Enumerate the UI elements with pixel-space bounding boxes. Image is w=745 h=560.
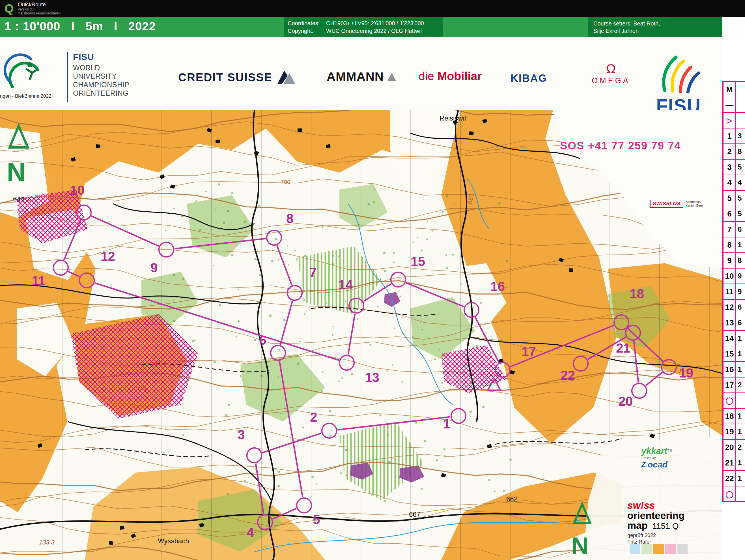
vegetation-dot xyxy=(442,382,444,384)
omega-symbol-icon: Ω xyxy=(590,62,632,75)
vegetation-dot xyxy=(393,252,395,253)
building xyxy=(441,473,446,477)
control-number: 19 xyxy=(679,366,693,380)
omega-logo: Ω OMEGA xyxy=(590,62,632,85)
place-label: Reisiswil xyxy=(440,114,466,122)
control-descr-number: 5 xyxy=(723,191,736,206)
vegetation-dot xyxy=(353,326,355,328)
swisslos-logo: SWISSLOS Sportfonds Kanton Bern xyxy=(650,200,703,208)
control-descr-code: 1 xyxy=(736,409,745,424)
map-header-band: 1 : 10'000 I 5m I 2022 Coordinates: CH19… xyxy=(0,17,722,37)
course-setters-line2: Silje Ekroll Jahren xyxy=(593,27,717,34)
control-number: 5 xyxy=(313,512,320,527)
vegetation-dot xyxy=(227,493,229,495)
vegetation-dot xyxy=(494,490,495,492)
vegetation-dot xyxy=(482,406,485,408)
vegetation-dot xyxy=(499,443,500,444)
credit-suisse-mark-icon xyxy=(277,70,297,84)
vegetation-dot xyxy=(183,278,184,280)
elevation-label: 662 xyxy=(506,495,518,503)
vegetation-dot xyxy=(183,340,185,342)
vegetation-dot xyxy=(391,364,393,365)
vegetation-dot xyxy=(296,258,298,260)
vegetation-dot xyxy=(424,440,426,442)
vegetation-dot xyxy=(446,195,448,197)
vegetation-dot xyxy=(333,326,334,328)
control-number: 15 xyxy=(411,254,425,269)
control-circle xyxy=(322,423,336,438)
control-circle xyxy=(451,409,466,423)
control-descr-code: 8 xyxy=(736,253,745,268)
vegetation-dot xyxy=(260,375,263,377)
control-descr-number: 17 xyxy=(723,377,736,393)
vegetation-dot xyxy=(439,349,440,350)
vegetation-dot xyxy=(199,229,201,231)
control-descr-code: 1 xyxy=(736,471,745,486)
vegetation-dot xyxy=(238,289,239,290)
control-descr-row: 13 xyxy=(723,128,745,144)
fisu-mark-icon xyxy=(656,54,702,93)
sos-phone-number: SOS +41 77 259 79 74 xyxy=(560,140,681,152)
fisu-wuc-line: WORLD xyxy=(73,63,129,72)
color-swatch xyxy=(677,544,688,554)
app-url-link[interactable]: matstroeng.se/quickroute/en xyxy=(18,11,61,15)
fisu-wuc-logo: FISU WORLD UNIVERSITY CHAMPIONSHIP ORIEN… xyxy=(73,52,129,97)
vegetation-dot xyxy=(326,303,327,304)
building xyxy=(160,174,165,179)
fisu-wuc-line: ORIENTEERING xyxy=(73,89,129,97)
vegetation-dot xyxy=(436,459,438,462)
control-descr-code: 5 xyxy=(736,206,745,221)
orienteering-map[interactable]: Reisiswil Wyssbach 644 700 650 725 662 6… xyxy=(0,111,722,560)
control-descr-code: 6 xyxy=(736,315,745,330)
color-swatch xyxy=(665,544,676,554)
vegetation-dot xyxy=(304,313,305,315)
ykkart-ocad-logos: ykkart76 Ernst Kläy Z ocad xyxy=(642,446,672,469)
vegetation-dot xyxy=(401,381,403,382)
vegetation-dot xyxy=(173,300,174,302)
vegetation-dot xyxy=(185,194,186,195)
vegetation-dot xyxy=(452,254,454,256)
course-setters-line1: Course setters: Beat Roth, xyxy=(593,20,717,27)
elevation-label: 133.3 xyxy=(39,539,55,546)
map-svg: Reisiswil Wyssbach 644 700 650 725 662 6… xyxy=(0,111,722,560)
vegetation-dot xyxy=(218,183,220,186)
vegetation-dot xyxy=(387,434,389,436)
building xyxy=(216,139,220,143)
vegetation-dot xyxy=(173,274,176,277)
vegetation-dot xyxy=(403,333,404,335)
vegetation-dot xyxy=(294,250,296,251)
vegetation-dot xyxy=(271,260,273,262)
north-letter: N xyxy=(7,158,26,186)
control-number: 12 xyxy=(101,249,115,264)
quickroute-window: Q QuickRoute Version 2.4 matstroeng.se/q… xyxy=(0,0,745,560)
vegetation-dot xyxy=(469,411,472,413)
ammann-logo: AMMANN xyxy=(327,70,397,84)
vegetation-dot xyxy=(236,336,237,337)
credit-suisse-logo: CREDIT SUISSE xyxy=(178,70,297,84)
vegetation-dot xyxy=(331,430,332,432)
coordinates-block: Coordinates: CH1903+ / LV95: 2'631'000 /… xyxy=(284,17,443,37)
vegetation-dot xyxy=(446,254,447,256)
vegetation-dot xyxy=(283,319,285,321)
map-scale-text: 1 : 10'000 I 5m I 2022 xyxy=(4,20,156,33)
control-descr-code: 4 xyxy=(736,175,745,190)
vegetation-dot xyxy=(476,345,478,347)
vegetation-dot xyxy=(434,359,436,361)
vegetation-dot xyxy=(280,412,282,414)
control-circle xyxy=(287,285,302,300)
control-descr-code: 1 xyxy=(736,346,745,361)
vegetation-dot xyxy=(421,488,423,490)
control-descr-code: 1 xyxy=(736,331,745,346)
control-circle xyxy=(339,355,354,370)
control-descr-number: 20 xyxy=(723,440,736,455)
vegetation-dot xyxy=(470,416,471,417)
control-descr-row: 161 xyxy=(723,362,745,377)
vegetation-dot xyxy=(345,474,347,476)
control-descr-code: 1 xyxy=(736,362,745,377)
control-descr-code: 2 xyxy=(736,377,745,393)
vegetation-dot xyxy=(338,380,339,382)
control-circle xyxy=(297,498,312,513)
control-descr-code: 1 xyxy=(736,424,745,439)
vegetation-dot xyxy=(254,339,256,341)
vegetation-dot xyxy=(384,500,386,502)
